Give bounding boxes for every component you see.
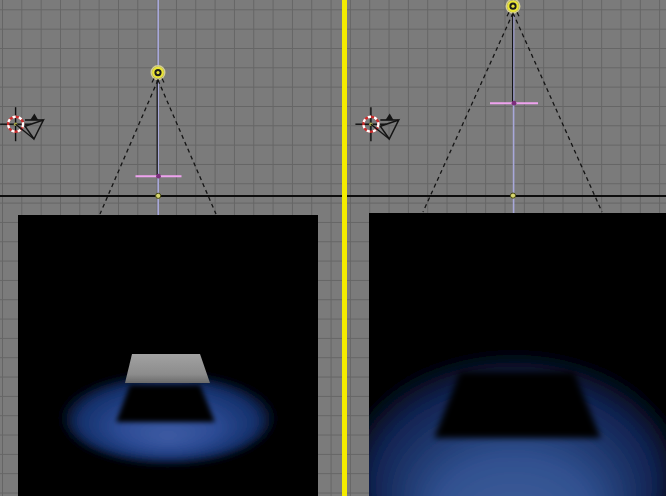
- object-center-dot: [510, 193, 515, 198]
- spot-cone-line: [158, 80, 216, 214]
- clip-tick-dot: [156, 174, 161, 179]
- viewport-wires-right: [355, 0, 602, 213]
- plane-shadow: [434, 372, 601, 438]
- spot-lamp-icon[interactable]: [151, 66, 165, 83]
- spot-cone-line: [513, 13, 602, 212]
- area-divider[interactable]: [342, 0, 347, 496]
- spot-cone-line: [100, 80, 158, 214]
- app-window: [0, 0, 666, 496]
- clip-tick-dot: [512, 101, 517, 106]
- plane-shadow: [116, 385, 215, 422]
- object-center-dot: [156, 193, 161, 198]
- render-preview-right: [369, 213, 666, 496]
- spot-lamp-icon[interactable]: [506, 0, 520, 16]
- spot-cone-line: [423, 13, 513, 212]
- render-preview-left: [18, 215, 318, 496]
- viewport-wires-left: [0, 0, 216, 215]
- plane-object: [125, 354, 210, 383]
